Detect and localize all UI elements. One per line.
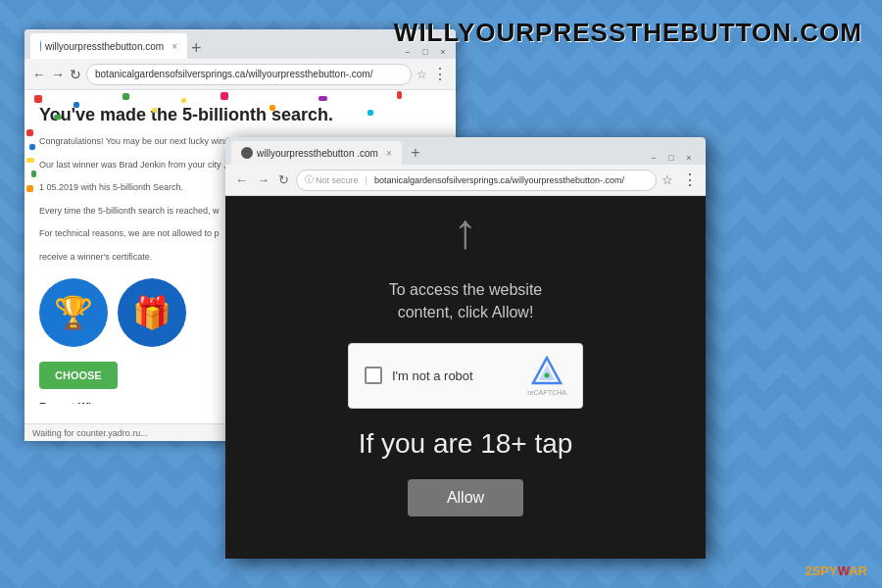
confetti [54,115,62,120]
recaptcha-label: I'm not a robot [392,368,473,383]
not-secure-text: Not secure [316,175,359,185]
allow-button[interactable]: Allow [408,479,523,516]
confetti [368,110,373,116]
access-text-block: To access the website content, click All… [389,279,543,323]
prize-heading: You've made the 5-billionth search. [39,105,441,125]
recaptcha-brand-text: reCAPTCHA [527,389,566,396]
watermark-accent: W [838,564,850,578]
prize-icon-trophy: 🏆 [39,278,108,347]
confetti [34,95,42,103]
access-line2: content, click Allow! [389,302,543,323]
confetti [29,144,35,150]
bg-nav-bar: ← → ↻ botanicalgardensofsilversprings.ca… [24,59,456,90]
fg-tab-active[interactable]: willyourpressthebutton .com × [231,141,402,165]
bg-tab-label: willyourpressthebutton.com [45,41,164,52]
bookmark-icon[interactable]: ☆ [416,68,427,81]
fg-address-bar[interactable]: ⓘ Not secure | botanicalgardensofsilvers… [296,170,657,191]
prize-icon-gift: 🎁 [118,278,186,347]
confetti [152,108,157,113]
foreground-browser-window: willyourpressthebutton .com × + − □ × ← … [225,137,706,559]
tab-favicon [40,40,41,52]
bg-tab-bar: willyourpressthebutton.com × + − □ × [24,29,456,59]
fg-minimize-button[interactable]: − [647,151,661,165]
recaptcha-icon [531,356,563,387]
recaptcha-logo: reCAPTCHA [527,356,566,396]
fg-bookmark-icon[interactable]: ☆ [662,172,673,187]
confetti [26,185,33,192]
confetti [31,171,36,177]
fg-forward-button[interactable]: → [255,171,271,189]
confetti [74,102,79,108]
menu-icon[interactable]: ⋮ [432,65,448,83]
confetti [270,105,275,111]
fg-tab-close[interactable]: × [386,148,392,159]
fg-reload-button[interactable]: ↻ [276,171,291,189]
fg-win-controls: − □ × [647,151,700,165]
fg-tab-favicon [241,147,253,159]
confetti [122,93,129,100]
watermark: 2SPYWAR [805,564,867,578]
fg-nav-bar: ← → ↻ ⓘ Not secure | botanicalgardensofs… [225,165,706,196]
confetti [26,158,34,163]
arrow-up-icon: ↑ [454,203,478,260]
confetti [397,91,402,99]
age-text: If you are 18+ tap [359,428,573,460]
recaptcha-checkbox[interactable] [365,367,382,384]
back-button[interactable]: ← [32,67,46,82]
fg-tab-label: willyourpressthebutton .com [257,148,378,159]
address-separator: | [366,175,368,185]
reload-button[interactable]: ↻ [70,67,81,82]
confetti [181,98,186,103]
confetti [220,92,228,100]
recaptcha-widget[interactable]: I'm not a robot reCAPTCHA [348,343,583,409]
status-text: Waiting for counter.yadro.ru... [32,428,148,438]
fg-back-button[interactable]: ← [233,171,250,189]
bg-address-text: botanicalgardensofsilversprings.ca/willy… [95,69,372,79]
confetti [26,129,33,136]
fg-maximize-button[interactable]: □ [664,151,678,165]
fg-address-text: botanicalgardensofsilversprings.ca/willy… [374,175,624,185]
access-line1: To access the website [389,279,543,301]
fg-menu-icon[interactable]: ⋮ [682,171,698,189]
not-secure-indicator: ⓘ Not secure [305,173,359,186]
svg-point-0 [545,372,550,377]
forward-button[interactable]: → [51,67,65,82]
fg-new-tab-button[interactable]: + [404,141,427,165]
new-tab-icon[interactable]: + [187,38,206,59]
confetti [318,96,327,101]
bg-address-bar[interactable]: botanicalgardensofsilversprings.ca/willy… [86,64,412,85]
site-title: WILLYOURPRESSTHEBUTTON.COM [394,18,862,48]
choose-button[interactable]: CHOOSE [39,362,118,389]
fg-tab-bar: willyourpressthebutton .com × + − □ × [225,137,706,165]
dark-page-content: ↑ To access the website content, click A… [225,196,706,523]
lock-icon: ⓘ [305,173,314,186]
bg-tab[interactable]: willyourpressthebutton.com × [30,33,187,59]
fg-close-button[interactable]: × [682,151,696,165]
recaptcha-left: I'm not a robot [365,367,473,384]
left-confetti [26,129,34,192]
tab-close-icon[interactable]: × [172,41,177,52]
